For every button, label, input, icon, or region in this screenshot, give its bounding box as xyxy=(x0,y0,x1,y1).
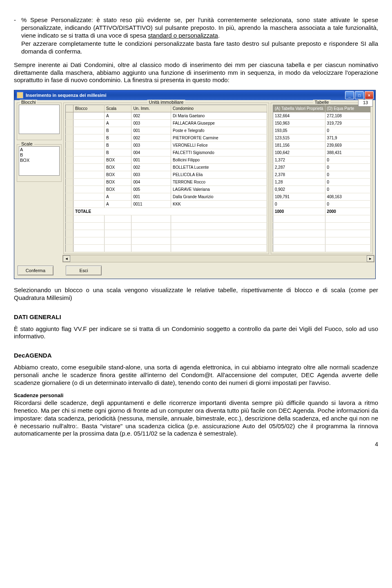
table-row[interactable]: 2,2870 xyxy=(273,164,371,171)
legend-blocchi: Blocchi xyxy=(20,100,37,105)
table-row[interactable]: 2,3780 xyxy=(273,171,371,179)
col-condomino[interactable]: Condomino xyxy=(171,105,267,112)
fieldset-blocchi: Blocchi xyxy=(17,103,62,140)
list-item[interactable]: B xyxy=(20,152,58,158)
table-row[interactable]: 123,515371,9 xyxy=(273,134,371,142)
bullet-dash: - xyxy=(14,16,21,56)
maximize-button[interactable]: □ xyxy=(355,91,364,99)
legend-scale: Scale xyxy=(20,141,34,146)
grid-unita[interactable]: Blocco Scala Un. Imm. Condomino A002Di M… xyxy=(65,105,267,252)
page-number: 4 xyxy=(14,441,378,447)
para-azzerare: Per azzerare completamente tutte le cond… xyxy=(21,40,378,56)
table-row[interactable]: BOX002BOLLETTA Lucente xyxy=(66,164,267,171)
para-selezionando: Selezionando un blocco o una scala vengo… xyxy=(14,286,378,302)
table-row[interactable]: A002Di Maria Gaetano xyxy=(66,112,267,120)
table-row[interactable]: B003VERONELLI Felice xyxy=(66,142,267,149)
heading-decagenda: DecAGENDA xyxy=(14,352,378,359)
fieldset-scale: Scale A B BOX xyxy=(17,144,62,182)
horizontal-scrollbar[interactable]: ◄ ► xyxy=(62,255,374,262)
table-row-total: 10002000 xyxy=(273,208,371,215)
table-row[interactable]: A001Dalla Grande Maurizio xyxy=(66,193,267,201)
bullet-text-b: . xyxy=(218,32,220,39)
esci-button[interactable]: Esci xyxy=(66,266,102,275)
table-row[interactable]: 109,791408,163 xyxy=(273,193,371,201)
app-icon xyxy=(17,92,23,98)
listbox-blocchi[interactable] xyxy=(19,105,60,134)
table-row[interactable]: 1,280 xyxy=(273,179,371,186)
window-millesimi: Inserimento in sequenza dei millesimi _ … xyxy=(14,90,376,279)
scroll-track[interactable] xyxy=(70,256,367,262)
table-row[interactable]: BOX003PELLICOLA Elia xyxy=(66,171,267,179)
para-sempre: Sempre inerente ai Dati Condomini, oltre… xyxy=(14,61,378,84)
table-row[interactable]: 150,963319,729 xyxy=(273,120,371,127)
para-vvf: È stato aggiunto flag VV.F per indicare … xyxy=(14,325,378,341)
fieldset-tabelle: Tabelle (A) Tabella Valori Proprietà (D)… xyxy=(271,103,373,254)
subheading-scadenze: Scadenze personali xyxy=(14,392,378,398)
table-row[interactable]: A0011KKK xyxy=(66,201,267,208)
scroll-left-icon[interactable]: ◄ xyxy=(63,255,70,262)
table-row[interactable]: 00 xyxy=(273,201,371,208)
close-button[interactable]: × xyxy=(365,91,374,99)
legend-unita: Unità immobiliare xyxy=(147,100,185,105)
para-decagenda: Abbiamo creato, come eseguibile stand-al… xyxy=(14,364,378,387)
col-tab-a[interactable]: (A) Tabella Valori Proprietà xyxy=(273,105,325,112)
titlebar[interactable]: Inserimento in sequenza dei millesimi _ … xyxy=(14,90,375,100)
table-row[interactable]: A003FALLACARA Giuseppe xyxy=(66,120,267,127)
table-row[interactable]: 100,642388,431 xyxy=(273,149,371,157)
para-scadenze: Ricordarsi delle scadenze, degli appunta… xyxy=(14,399,378,438)
bullet-underline: standard o personalizzata xyxy=(148,32,218,39)
window-title: Inserimento in sequenza dei millesimi xyxy=(26,93,106,98)
col-blocco[interactable]: Blocco xyxy=(74,105,105,112)
page-count: 13 xyxy=(358,99,373,107)
table-row[interactable]: BOX005LAGRAVE Valeriana xyxy=(66,186,267,193)
heading-dati-generali: DATI GENERALI xyxy=(14,313,378,320)
table-row[interactable]: BOX004TERRONE Rocco xyxy=(66,179,267,186)
bullet-item: - % Spese Personalizzate: è stato reso p… xyxy=(14,16,378,56)
conferma-button[interactable]: Conferma xyxy=(18,266,53,275)
table-row[interactable]: 181,156239,669 xyxy=(273,142,371,149)
list-item[interactable]: BOX xyxy=(20,158,58,163)
scroll-right-icon[interactable]: ► xyxy=(367,255,374,262)
table-row[interactable]: B004FALCETTI Sigismondo xyxy=(66,149,267,157)
table-row[interactable]: B002PIETROFORTE Carmine xyxy=(66,134,267,142)
list-item[interactable]: A xyxy=(20,147,58,152)
table-row[interactable]: 132,664272,108 xyxy=(273,112,371,120)
legend-tabelle: Tabelle xyxy=(313,100,331,105)
table-row[interactable]: 1,3720 xyxy=(273,157,371,164)
listbox-scale[interactable]: A B BOX xyxy=(19,146,60,176)
table-row[interactable]: B001Poste e Telegrafo xyxy=(66,127,267,134)
col-scala[interactable]: Scala xyxy=(105,105,131,112)
col-unimm[interactable]: Un. Imm. xyxy=(131,105,171,112)
table-row-total: TOTALE xyxy=(66,208,267,215)
table-row[interactable]: 193,050 xyxy=(273,127,371,134)
grid-tabelle[interactable]: (A) Tabella Valori Proprietà (D) Equa Pa… xyxy=(273,105,371,252)
table-row[interactable]: BOX001Bollicini Filippo xyxy=(66,157,267,164)
table-row[interactable]: 0,9020 xyxy=(273,186,371,193)
minimize-button[interactable]: _ xyxy=(345,91,354,99)
fieldset-unita: Unità immobiliare Blocco Scala Un. Imm. … xyxy=(63,103,269,254)
bullet-text: % Spese Personalizzate: è stato reso più… xyxy=(21,16,378,56)
